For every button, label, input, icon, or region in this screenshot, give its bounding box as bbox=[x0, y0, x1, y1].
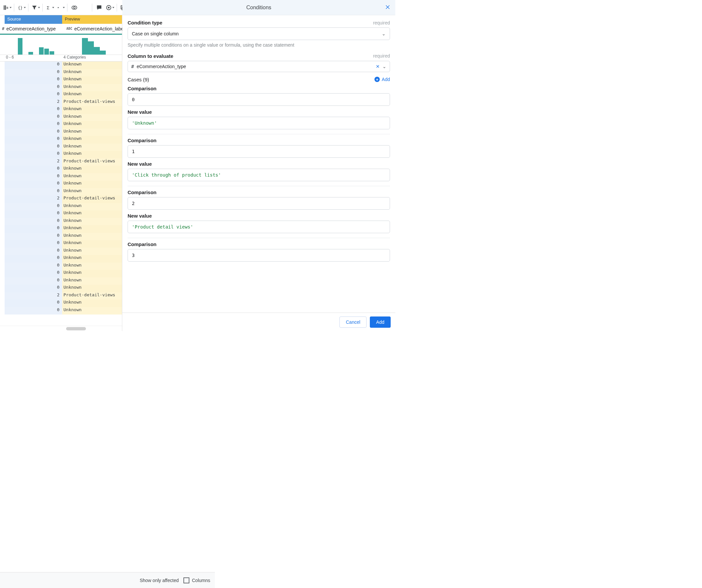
clear-icon[interactable]: ✕ bbox=[376, 64, 380, 69]
new-value-input[interactable]: 'Product detail views' bbox=[128, 220, 390, 233]
histogram-row bbox=[0, 34, 122, 55]
source-cell: 0 bbox=[5, 218, 62, 225]
comparison-input[interactable]: 1 bbox=[128, 145, 390, 158]
source-column-header[interactable]: # eCommerceAction_type bbox=[0, 26, 65, 31]
source-cell: 0 bbox=[5, 248, 62, 255]
table-row[interactable]: 0Unknown bbox=[0, 129, 122, 136]
preview-cell: Unknown bbox=[62, 136, 122, 143]
comparison-input[interactable]: 3 bbox=[128, 249, 390, 262]
table-row[interactable]: 0Unknown bbox=[0, 263, 122, 270]
horizontal-scrollbar[interactable] bbox=[0, 326, 122, 331]
table-row[interactable]: 0Unknown bbox=[0, 91, 122, 99]
source-cell: 0 bbox=[5, 114, 62, 121]
table-row[interactable]: 0Unknown bbox=[0, 136, 122, 143]
toolbar-target-icon[interactable] bbox=[105, 3, 115, 13]
source-cell: 0 bbox=[5, 76, 62, 84]
source-cell: 0 bbox=[5, 69, 62, 77]
source-cell: 0 bbox=[5, 166, 62, 173]
toolbar-comment-icon[interactable] bbox=[94, 3, 104, 13]
toolbar-align-icon[interactable] bbox=[80, 3, 90, 13]
table-row[interactable]: 0Unknown bbox=[0, 106, 122, 114]
preview-cell: Product·detail·views bbox=[62, 99, 122, 106]
table-row[interactable]: 0Unknown bbox=[0, 285, 122, 292]
table-row[interactable]: 0Unknown bbox=[0, 173, 122, 181]
source-histogram[interactable] bbox=[5, 34, 62, 55]
column-band: Source Preview bbox=[0, 15, 122, 24]
table-row[interactable]: 2Product·detail·views bbox=[0, 195, 122, 203]
plus-icon: + bbox=[374, 77, 380, 82]
table-row[interactable]: 0Unknown bbox=[0, 225, 122, 233]
table-row[interactable]: 0Unknown bbox=[0, 300, 122, 307]
preview-cell: Unknown bbox=[62, 106, 122, 114]
preview-cell: Unknown bbox=[62, 69, 122, 77]
toolbar-join-icon[interactable] bbox=[70, 3, 79, 13]
submit-button[interactable]: Add bbox=[370, 316, 391, 328]
chevron-down-icon: ⌄ bbox=[382, 31, 386, 36]
table-row[interactable]: 0Unknown bbox=[0, 233, 122, 240]
table-row[interactable]: 0Unknown bbox=[0, 69, 122, 77]
preview-cell: Unknown bbox=[62, 210, 122, 218]
table-row[interactable]: 2Product·detail·views bbox=[0, 292, 122, 300]
source-summary: 0 - 6 bbox=[5, 55, 62, 61]
preview-histogram[interactable] bbox=[62, 34, 122, 55]
toolbar-filter-icon[interactable] bbox=[30, 3, 40, 13]
table-row[interactable]: 0Unknown bbox=[0, 210, 122, 218]
source-cell: 0 bbox=[5, 129, 62, 136]
preview-cell: Unknown bbox=[62, 263, 122, 270]
comparison-input[interactable]: 0 bbox=[128, 93, 390, 106]
preview-cell: Unknown bbox=[62, 218, 122, 225]
table-row[interactable]: 0Unknown bbox=[0, 270, 122, 278]
table-row[interactable]: 0Unknown bbox=[0, 203, 122, 211]
table-row[interactable]: 0Unknown bbox=[0, 143, 122, 151]
preview-cell: Unknown bbox=[62, 278, 122, 285]
table-row[interactable]: 0Unknown bbox=[0, 255, 122, 263]
panel-header: Conditions bbox=[122, 0, 395, 15]
table-row[interactable]: 2Product·detail·views bbox=[0, 159, 122, 166]
table-row[interactable]: 0Unknown bbox=[0, 121, 122, 129]
data-grid[interactable]: 0Unknown0Unknown0Unknown0Unknown0Unknown… bbox=[0, 62, 122, 326]
preview-cell: Unknown bbox=[62, 255, 122, 263]
condition-type-select[interactable]: Case on single column ⌄ bbox=[128, 27, 390, 40]
toolbar-sigma-icon[interactable]: Σ bbox=[44, 3, 54, 13]
close-icon[interactable] bbox=[385, 4, 391, 11]
case-block: Comparison2New value'Product detail view… bbox=[128, 190, 390, 238]
preview-cell: Unknown bbox=[62, 300, 122, 307]
table-row[interactable]: 0Unknown bbox=[0, 62, 122, 69]
table-row[interactable]: 0Unknown bbox=[0, 248, 122, 255]
comparison-input[interactable]: 2 bbox=[128, 197, 390, 210]
source-cell: 2 bbox=[5, 195, 62, 203]
table-row[interactable]: 0Unknown bbox=[0, 218, 122, 225]
toolbar-braces-icon[interactable]: {} bbox=[16, 3, 26, 13]
preview-cell: Unknown bbox=[62, 91, 122, 99]
new-value-input[interactable]: 'Unknown' bbox=[128, 117, 390, 129]
table-row[interactable]: 0Unknown bbox=[0, 278, 122, 285]
table-row[interactable]: 0Unknown bbox=[0, 76, 122, 84]
column-evaluate-label: Column to evaluate bbox=[128, 53, 173, 59]
toolbar-column-ops-icon[interactable] bbox=[2, 3, 12, 13]
table-row[interactable]: 0Unknown bbox=[0, 166, 122, 173]
source-cell: 2 bbox=[5, 159, 62, 166]
source-cell: 0 bbox=[5, 84, 62, 92]
source-cell: 0 bbox=[5, 143, 62, 151]
table-row[interactable]: 0Unknown bbox=[0, 151, 122, 159]
toolbar-merge-icon[interactable] bbox=[55, 3, 65, 13]
table-row[interactable]: 0Unknown bbox=[0, 114, 122, 121]
table-row[interactable]: 0Unknown bbox=[0, 188, 122, 196]
add-case-button[interactable]: + Add bbox=[374, 77, 390, 82]
table-row[interactable]: 0Unknown bbox=[0, 84, 122, 92]
table-row[interactable]: 0Unknown bbox=[0, 240, 122, 248]
table-row[interactable]: 0Unknown bbox=[0, 307, 122, 315]
cancel-button[interactable]: Cancel bbox=[339, 316, 366, 328]
table-row[interactable]: 0Unknown bbox=[0, 181, 122, 188]
histogram-bar bbox=[28, 52, 33, 55]
column-evaluate-select[interactable]: # eCommerceAction_type ✕ ⌄ bbox=[128, 61, 390, 72]
source-cell: 0 bbox=[5, 278, 62, 285]
comparison-label: Comparison bbox=[128, 86, 390, 91]
table-row[interactable]: 2Product·detail·views bbox=[0, 99, 122, 106]
preview-cell: Unknown bbox=[62, 188, 122, 196]
new-value-input[interactable]: 'Click through of product lists' bbox=[128, 169, 390, 181]
preview-cell: Unknown bbox=[62, 307, 122, 315]
histogram-bar bbox=[49, 51, 54, 55]
source-cell: 0 bbox=[5, 188, 62, 196]
source-cell: 0 bbox=[5, 240, 62, 248]
